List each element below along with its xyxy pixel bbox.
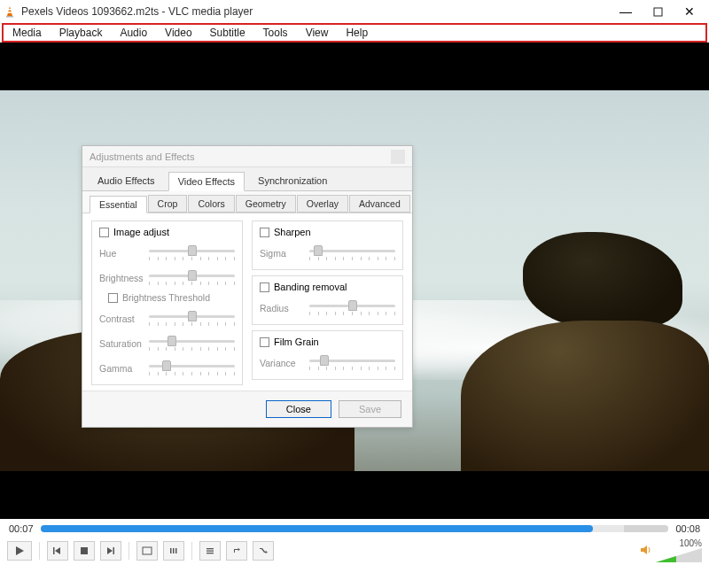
banding-removal-checkbox[interactable] (260, 282, 269, 292)
sharpen-group: SharpenSigma (252, 220, 403, 270)
volume-percent: 100% (679, 538, 702, 548)
tab-synchronization[interactable]: Synchronization (248, 171, 337, 190)
svg-rect-13 (173, 548, 175, 553)
sub-tabs: Essential Crop Colors Geometry Overlay A… (82, 191, 412, 213)
window-close-button[interactable]: ✕ (674, 0, 705, 23)
control-bar: 100% (0, 538, 709, 563)
image-adjust-checkbox[interactable] (99, 228, 109, 237)
sigma-label: Sigma (260, 248, 304, 259)
film-grain-group: Film GrainVariance (252, 330, 403, 380)
tab-crop[interactable]: Crop (148, 195, 188, 213)
svg-rect-15 (206, 548, 214, 549)
tab-colors[interactable]: Colors (188, 195, 234, 213)
image-adjust-label: Image adjust (113, 227, 169, 237)
hue-label: Hue (99, 248, 144, 259)
save-button[interactable]: Save (339, 400, 401, 418)
contrast-slider[interactable] (149, 310, 235, 328)
seek-row: 00:07 00:08 (0, 519, 709, 538)
menu-audio[interactable]: Audio (111, 25, 156, 41)
svg-rect-3 (7, 12, 12, 13)
dialog-titlebar[interactable]: Adjustments and Effects (82, 146, 412, 167)
svg-rect-1 (6, 16, 13, 18)
brightness-threshold-checkbox[interactable] (108, 293, 118, 303)
radius-label: Radius (260, 303, 304, 313)
brightness-slider[interactable] (149, 269, 235, 287)
gamma-slider[interactable] (149, 360, 235, 377)
brightness-label: Brightness (99, 273, 144, 283)
sharpen-label: Sharpen (274, 227, 311, 237)
window-title: Pexels Videos 1093662.m2ts - VLC media p… (21, 5, 610, 18)
tab-audio-effects[interactable]: Audio Effects (88, 171, 165, 190)
volume-slider[interactable] (656, 548, 702, 564)
variance-label: Variance (260, 358, 304, 368)
svg-rect-17 (206, 553, 214, 553)
sigma-slider[interactable] (309, 244, 395, 262)
image-adjust-group: Image adjust HueBrightnessBrightness Thr… (91, 220, 243, 385)
svg-marker-9 (107, 547, 113, 554)
tab-overlay[interactable]: Overlay (297, 195, 348, 213)
volume-control[interactable]: 100% (640, 538, 702, 564)
brightness-threshold-label: Brightness Threshold (122, 292, 210, 303)
time-total: 00:08 (675, 523, 700, 534)
vlc-cone-icon (4, 5, 16, 18)
maximize-button[interactable] (642, 0, 674, 23)
saturation-label: Saturation (99, 338, 144, 349)
stop-button[interactable] (74, 541, 95, 561)
menu-view[interactable]: View (297, 25, 338, 41)
svg-marker-7 (55, 547, 60, 554)
tab-advanced[interactable]: Advanced (349, 195, 410, 213)
playlist-button[interactable] (199, 541, 221, 561)
menu-playback[interactable]: Playback (51, 25, 112, 41)
shuffle-button[interactable] (253, 541, 274, 561)
svg-rect-4 (654, 8, 662, 16)
radius-slider[interactable] (309, 299, 395, 317)
menu-help[interactable]: Help (337, 25, 377, 41)
video-area: Adjustments and Effects Audio Effects Vi… (0, 43, 709, 519)
variance-slider[interactable] (309, 354, 395, 372)
svg-marker-18 (641, 545, 647, 554)
minimize-button[interactable]: — (610, 0, 642, 23)
svg-rect-2 (8, 9, 12, 10)
sharpen-checkbox[interactable] (260, 228, 269, 237)
svg-marker-0 (7, 6, 12, 16)
gamma-label: Gamma (99, 363, 144, 374)
film-grain-checkbox[interactable] (260, 337, 269, 347)
menu-tools[interactable]: Tools (254, 25, 297, 41)
seek-bar[interactable] (41, 525, 669, 532)
time-current: 00:07 (9, 523, 34, 534)
menu-video[interactable]: Video (156, 25, 200, 41)
extended-settings-button[interactable] (163, 541, 184, 561)
svg-marker-5 (16, 546, 24, 555)
banding-removal-group: Banding removalRadius (252, 275, 403, 325)
volume-icon (640, 545, 652, 558)
main-tabs: Audio Effects Video Effects Synchronizat… (82, 167, 412, 191)
contrast-label: Contrast (99, 313, 144, 324)
prev-button[interactable] (47, 541, 68, 561)
dialog-close-icon[interactable] (391, 150, 405, 164)
svg-rect-12 (170, 548, 172, 553)
svg-rect-8 (81, 547, 88, 554)
svg-rect-16 (206, 551, 214, 552)
saturation-slider[interactable] (149, 335, 235, 352)
dialog-title: Adjustments and Effects (90, 151, 391, 162)
svg-rect-6 (53, 547, 55, 554)
loop-button[interactable] (226, 541, 247, 561)
close-button[interactable]: Close (266, 400, 331, 418)
svg-rect-11 (143, 547, 152, 554)
window-titlebar: Pexels Videos 1093662.m2ts - VLC media p… (0, 0, 709, 23)
banding-removal-label: Banding removal (274, 282, 347, 292)
menu-bar: Media Playback Audio Video Subtitle Tool… (2, 23, 707, 43)
svg-rect-14 (175, 548, 177, 553)
tab-video-effects[interactable]: Video Effects (168, 172, 245, 191)
fullscreen-button[interactable] (136, 541, 158, 561)
svg-rect-10 (113, 547, 115, 554)
tab-essential[interactable]: Essential (90, 196, 147, 213)
effects-dialog: Adjustments and Effects Audio Effects Vi… (82, 145, 413, 428)
menu-subtitle[interactable]: Subtitle (201, 25, 254, 41)
next-button[interactable] (100, 541, 121, 561)
film-grain-label: Film Grain (274, 337, 319, 347)
play-button[interactable] (7, 541, 32, 561)
menu-media[interactable]: Media (4, 25, 51, 41)
hue-slider[interactable] (149, 244, 235, 262)
tab-geometry[interactable]: Geometry (236, 195, 296, 213)
